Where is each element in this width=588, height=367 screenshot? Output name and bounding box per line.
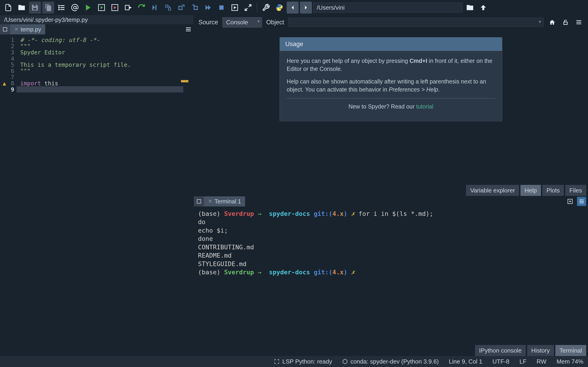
object-input[interactable] (288, 18, 544, 27)
status-bar: LSP Python: ready conda: spyder-dev (Pyt… (0, 356, 588, 367)
at-icon[interactable] (69, 2, 81, 14)
tab-label: temp.py (21, 26, 41, 33)
editor-tabbar: ✕ temp.py (0, 24, 193, 34)
home-icon[interactable] (548, 18, 557, 27)
tab-help[interactable]: Help (520, 185, 541, 196)
list-icon[interactable] (56, 2, 68, 14)
terminal-tab-1[interactable]: ✕ Terminal 1 (204, 196, 245, 206)
tab-terminal[interactable]: Terminal (555, 345, 586, 356)
svg-rect-1 (34, 5, 36, 6)
svg-rect-17 (166, 5, 168, 7)
stop-icon[interactable] (216, 2, 227, 14)
debug-continue-icon[interactable] (202, 2, 214, 14)
back-icon[interactable] (287, 2, 299, 14)
svg-rect-21 (179, 6, 182, 9)
status-cursor-pos[interactable]: Line 9, Col 1 (449, 358, 482, 365)
usage-card: Usage Here you can get help of any objec… (279, 37, 502, 121)
svg-rect-18 (168, 8, 171, 10)
svg-rect-33 (564, 22, 567, 25)
right-pane: Source Console Object Usage Here you can… (194, 15, 588, 356)
open-file-icon[interactable] (16, 2, 27, 14)
debug-step-over-icon[interactable] (175, 2, 187, 14)
main-split: /Users/vini/.spyder-py3/temp.py ✕ temp.p… (0, 15, 588, 356)
svg-rect-37 (197, 200, 201, 203)
new-terminal-icon[interactable] (565, 197, 575, 206)
line-gutter: 123456789 (8, 35, 17, 355)
terminal-options-icon[interactable] (577, 197, 586, 206)
svg-marker-13 (114, 6, 116, 9)
svg-rect-14 (125, 5, 129, 10)
terminal-pane: ✕ Terminal 1 (base) Sverdrup → spyder-do… (194, 196, 588, 356)
help-toolbar: Source Console Object (194, 15, 588, 29)
status-lsp[interactable]: LSP Python: ready (274, 358, 332, 365)
editor-path: /Users/vini/.spyder-py3/temp.py (0, 15, 193, 24)
lock-icon[interactable] (561, 18, 570, 27)
save-all-icon[interactable] (42, 2, 54, 14)
usage-title: Usage (280, 37, 502, 51)
svg-rect-0 (33, 8, 36, 10)
rerun-icon[interactable] (136, 2, 147, 14)
terminal-tabbar: ✕ Terminal 1 (194, 196, 588, 206)
run-cell-icon[interactable] (95, 2, 107, 14)
help-options-icon[interactable] (574, 18, 583, 27)
close-terminal-icon[interactable]: ✕ (208, 198, 212, 204)
svg-marker-23 (206, 5, 208, 10)
tab-ipython-console[interactable]: IPython console (475, 345, 526, 356)
terminal-browse-icon[interactable] (194, 196, 204, 206)
tab-plots[interactable]: Plots (542, 185, 564, 196)
new-file-icon[interactable] (2, 2, 14, 14)
maximize-icon[interactable] (242, 2, 254, 14)
status-conda[interactable]: conda: spyder-dev (Python 3.9.6) (342, 358, 439, 365)
preferences-icon[interactable] (260, 2, 272, 14)
main-toolbar (0, 0, 588, 15)
status-eol[interactable]: LF (519, 358, 527, 365)
change-marker (181, 80, 188, 82)
editor-tab-temp[interactable]: ✕ temp.py (10, 24, 45, 34)
debug-step-in-icon[interactable] (149, 2, 161, 14)
debug-exit-icon[interactable] (229, 2, 241, 14)
tab-history[interactable]: History (527, 345, 554, 356)
console-pane-tabs: IPython console History Terminal (194, 345, 588, 356)
close-tab-icon[interactable]: ✕ (14, 26, 18, 32)
run-icon[interactable] (82, 2, 94, 14)
working-dir-input[interactable] (313, 2, 463, 13)
run-selection-icon[interactable] (122, 2, 134, 14)
svg-point-5 (59, 5, 59, 6)
browse-dir-icon[interactable] (464, 2, 476, 14)
terminal-tab-label: Terminal 1 (215, 198, 241, 205)
status-memory[interactable]: Mem 74% (556, 358, 583, 365)
svg-point-7 (59, 9, 59, 10)
save-icon[interactable] (29, 2, 41, 14)
forward-icon[interactable] (300, 2, 312, 14)
toolbar-separator (257, 3, 257, 12)
svg-marker-24 (208, 5, 211, 10)
svg-marker-15 (153, 5, 155, 10)
svg-rect-25 (219, 6, 224, 10)
source-combo[interactable]: Console (222, 17, 262, 27)
editor-body[interactable]: ▲ 123456789 # -*- coding: utf-8 -*- """ … (0, 34, 193, 356)
editor-pane: /Users/vini/.spyder-py3/temp.py ✕ temp.p… (0, 15, 194, 356)
help-pane-tabs: Variable explorer Help Plots Files (194, 185, 588, 196)
tutorial-link[interactable]: tutorial (416, 103, 433, 110)
svg-marker-9 (86, 5, 90, 10)
run-cell-advance-icon[interactable] (109, 2, 121, 14)
editor-options-icon[interactable] (183, 24, 193, 34)
svg-rect-22 (194, 6, 197, 9)
debug-cell-icon[interactable] (162, 2, 174, 14)
terminal-body[interactable]: (base) Sverdrup → spyder-docs git:(4.x) … (194, 206, 588, 345)
python-path-icon[interactable] (273, 2, 285, 14)
object-label: Object (266, 19, 284, 26)
tab-files[interactable]: Files (565, 185, 586, 196)
svg-point-8 (73, 6, 76, 9)
svg-rect-16 (156, 5, 156, 10)
help-pane: Source Console Object Usage Here you can… (194, 15, 588, 196)
tab-variable-explorer[interactable]: Variable explorer (466, 185, 519, 196)
parent-dir-icon[interactable] (477, 2, 489, 14)
svg-marker-11 (101, 6, 103, 9)
debug-step-into-icon[interactable] (189, 2, 201, 14)
tab-browse-icon[interactable] (0, 24, 10, 34)
warning-icon: ▲ (1, 80, 8, 86)
status-encoding[interactable]: UTF-8 (493, 358, 510, 365)
svg-rect-29 (3, 27, 7, 31)
status-permissions[interactable]: RW (536, 358, 546, 365)
